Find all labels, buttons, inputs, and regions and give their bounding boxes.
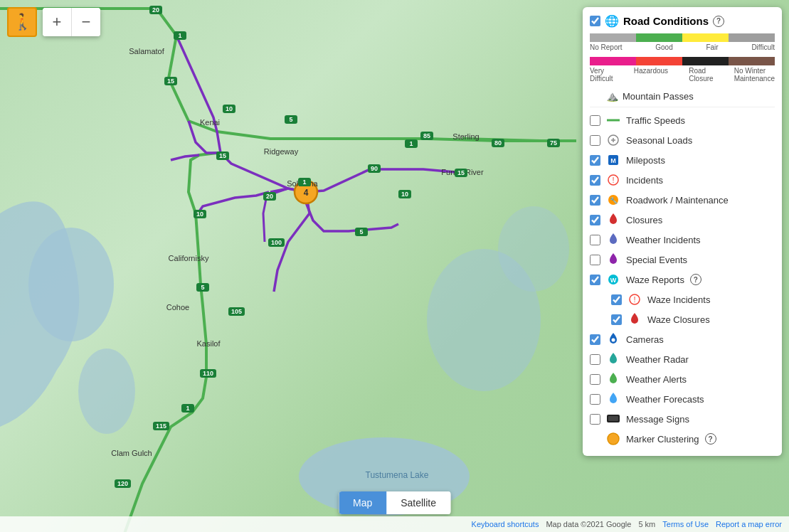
waze-incidents-icon: ! [628, 292, 642, 307]
weather-alerts-icon [606, 372, 620, 386]
road-badge-15c: 15 [455, 169, 467, 177]
zoom-out-button[interactable]: − [72, 8, 100, 36]
map-type-map-button[interactable]: Map [339, 491, 386, 514]
marker-clustering-icon [606, 432, 620, 446]
primary-color-bar [590, 33, 775, 42]
road-badge-5b: 5 [355, 228, 368, 236]
message-signs-label: Message Signs [626, 414, 689, 425]
map-type-satellite-button[interactable]: Satellite [386, 491, 450, 514]
closures-icon [606, 213, 620, 227]
legend-item-incidents: ! Incidents [590, 170, 775, 190]
road-badge-5a: 5 [285, 115, 297, 124]
waze-closures-label: Waze Closures [647, 314, 710, 325]
primary-color-labels: No Report Good Fair Difficult [590, 43, 775, 51]
weather-radar-checkbox[interactable] [590, 354, 600, 365]
cameras-icon [606, 332, 620, 346]
incidents-label: Incidents [626, 175, 663, 186]
road-badge-110: 110 [200, 369, 216, 378]
cameras-label: Cameras [626, 334, 664, 345]
scale-label: 5 km [638, 520, 655, 528]
road-badge-20b: 20 [263, 192, 276, 201]
road-conditions-help-icon[interactable]: ? [713, 16, 724, 27]
mileposts-checkbox[interactable] [590, 155, 600, 166]
mileposts-icon: M [606, 153, 620, 167]
marker-clustering-help-icon[interactable]: ? [705, 433, 716, 445]
legend-item-mileposts: M Mileposts [590, 150, 775, 170]
report-error-link[interactable]: Report a map error [716, 520, 782, 528]
zoom-controls: + − [43, 8, 100, 36]
legend-item-message-signs: Message Signs [590, 409, 775, 429]
keyboard-shortcuts-link[interactable]: Keyboard shortcuts [472, 520, 539, 528]
map-type-controls: Map Satellite [339, 491, 450, 514]
waze-incidents-checkbox[interactable] [611, 294, 622, 305]
closures-label: Closures [626, 215, 662, 225]
legend-item-waze-incidents: ! Waze Incidents [611, 289, 775, 309]
mountain-passes-row: ⛰️ Mountain Passes [606, 88, 775, 104]
cameras-checkbox[interactable] [590, 334, 600, 345]
road-badge-115: 115 [153, 422, 169, 430]
message-signs-checkbox[interactable] [590, 414, 600, 425]
special-events-icon [606, 252, 620, 267]
weather-incidents-label: Weather Incidents [626, 235, 701, 245]
road-badge-80: 80 [492, 139, 504, 147]
roadwork-label: Roadwork / Maintenance [626, 195, 729, 206]
waze-reports-checkbox[interactable] [590, 275, 600, 285]
weather-forecasts-icon [606, 392, 620, 406]
pegman-button[interactable]: 🚶 [7, 7, 37, 37]
waze-closures-checkbox[interactable] [611, 314, 622, 325]
road-badge-1d: 1 [181, 404, 194, 413]
legend-item-weather-forecasts: Weather Forecasts [590, 389, 775, 409]
mountain-passes-label: Mountain Passes [623, 91, 694, 102]
road-badge-15b: 15 [216, 151, 229, 160]
weather-forecasts-label: Weather Forecasts [626, 394, 704, 405]
legend-panel: 🌐 Road Conditions ? No Report Good Fair … [583, 7, 782, 456]
road-badge-15a: 15 [164, 77, 177, 85]
svg-text:!: ! [633, 295, 635, 304]
svg-point-2 [78, 349, 135, 434]
legend-item-waze-closures: Waze Closures [611, 309, 775, 329]
weather-alerts-checkbox[interactable] [590, 374, 600, 385]
message-signs-icon [606, 412, 620, 426]
map-container: 4 Salamatof Kenai Ridgeway Sterling Funn… [0, 0, 789, 532]
legend-item-roadwork: 🔧 Roadwork / Maintenance [590, 190, 775, 210]
svg-text:W: W [610, 277, 617, 284]
terms-link[interactable]: Terms of Use [662, 520, 709, 528]
incidents-checkbox[interactable] [590, 175, 600, 186]
weather-incidents-checkbox[interactable] [590, 235, 600, 245]
road-badge-1a: 1 [174, 31, 186, 40]
map-data-attribution: Map data ©2021 Google [546, 520, 631, 528]
seasonal-loads-checkbox[interactable] [590, 135, 600, 146]
closures-checkbox[interactable] [590, 215, 600, 225]
svg-text:🔧: 🔧 [610, 196, 618, 205]
special-events-checkbox[interactable] [590, 255, 600, 265]
roadwork-checkbox[interactable] [590, 195, 600, 206]
road-badge-10c: 10 [398, 190, 411, 198]
roadwork-icon: 🔧 [606, 193, 620, 207]
traffic-speeds-label: Traffic Speeds [626, 115, 685, 126]
svg-point-22 [608, 433, 619, 445]
weather-radar-label: Weather Radar [626, 354, 689, 365]
zoom-in-button[interactable]: + [43, 8, 71, 36]
road-badge-20: 20 [149, 6, 162, 14]
secondary-color-labels: VeryDifficult Hazardous RoadClosure No W… [590, 67, 775, 83]
incidents-icon: ! [606, 173, 620, 187]
seasonal-loads-label: Seasonal Loads [626, 135, 692, 146]
svg-point-4 [498, 206, 569, 292]
road-badge-5c: 5 [196, 283, 209, 292]
traffic-speeds-checkbox[interactable] [590, 115, 600, 126]
map-controls: 🚶 + − [7, 7, 100, 37]
waze-reports-label: Waze Reports [626, 275, 684, 285]
legend-item-waze-reports: W Waze Reports ? [590, 270, 775, 289]
waze-reports-help-icon[interactable]: ? [690, 274, 701, 285]
mileposts-label: Mileposts [626, 155, 665, 166]
legend-item-marker-clustering: Marker Clustering ? [590, 429, 775, 449]
road-badge-1c: 1 [298, 178, 311, 186]
road-badge-100: 100 [268, 238, 285, 247]
road-conditions-checkbox[interactable] [590, 16, 600, 26]
weather-forecasts-checkbox[interactable] [590, 394, 600, 405]
legend-item-weather-alerts: Weather Alerts [590, 369, 775, 389]
road-badge-75: 75 [547, 139, 560, 147]
legend-item-closures: Closures [590, 210, 775, 230]
road-conditions-title: Road Conditions [623, 15, 709, 27]
waze-closures-icon [628, 312, 642, 326]
